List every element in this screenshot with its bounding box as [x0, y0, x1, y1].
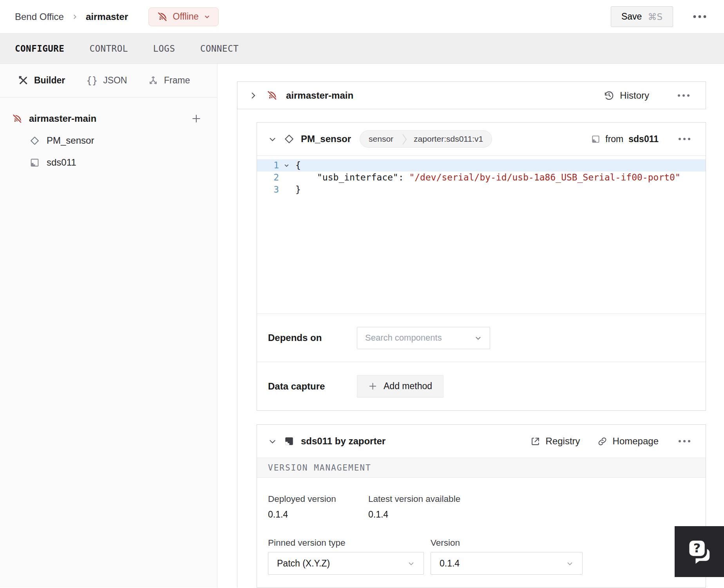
help-icon: ? [684, 537, 714, 566]
tab-bar: CONFIGURE CONTROL LOGS CONNECT [0, 34, 724, 64]
code-line: 1 { [257, 159, 706, 171]
save-button[interactable]: Save ⌘S [611, 6, 673, 27]
mode-builder-label: Builder [34, 75, 65, 86]
registry-link[interactable]: Registry [530, 436, 580, 447]
braces-icon: {} [86, 75, 98, 86]
chevron-right-icon[interactable] [248, 91, 258, 100]
mode-json-label: JSON [103, 75, 127, 86]
collapse-chevron[interactable] [268, 135, 277, 144]
chevron-down-icon [474, 334, 482, 342]
save-shortcut: ⌘S [648, 12, 662, 22]
chevron-down-icon [268, 437, 277, 446]
help-button[interactable]: ? [675, 526, 724, 577]
code-line: 2 "usb_interface": "/dev/serial/by-id/us… [257, 171, 706, 184]
depends-on-select[interactable]: Search components [357, 327, 490, 349]
version-value: 0.1.4 [440, 558, 460, 569]
homepage-label: Homepage [613, 436, 659, 447]
tree-sds011-label: sds011 [47, 157, 76, 168]
ellipsis-icon [678, 440, 691, 443]
depends-on-section: Depends on Search components [257, 314, 706, 362]
header-more-menu[interactable] [690, 13, 709, 21]
pinned-version-type-value: Patch (X.Y.Z) [277, 558, 330, 569]
line-number: 1 [257, 159, 279, 171]
add-component-button[interactable] [191, 114, 201, 124]
chevron-down-icon [268, 135, 277, 144]
homepage-link[interactable]: Homepage [597, 436, 659, 447]
module-icon [30, 158, 40, 168]
json-string-value: "/dev/serial/by-id/usb-1a86_USB_Serial-i… [409, 172, 680, 182]
machine-card-menu[interactable] [675, 92, 692, 99]
machine-card-title: airmaster-main [286, 90, 353, 101]
line-number: 3 [257, 184, 279, 196]
from-prefix: from [605, 134, 623, 144]
tree-item-sds011[interactable]: sds011 [0, 152, 217, 173]
badge-divider-chevron-icon [402, 131, 407, 148]
status-offline-dropdown[interactable]: Offline [148, 7, 219, 26]
mode-frame[interactable]: Frame [148, 75, 190, 86]
data-capture-label: Data capture [268, 381, 357, 392]
code-text: } [294, 184, 301, 196]
diamond-icon [30, 136, 40, 146]
tab-logs[interactable]: LOGS [153, 43, 175, 54]
version-select[interactable]: 0.1.4 [431, 552, 583, 575]
machine-card: airmaster-main History [237, 81, 706, 109]
tools-icon [18, 75, 29, 86]
from-module-name: sds011 [628, 134, 659, 144]
component-card-menu[interactable] [676, 135, 693, 143]
badge-model: zaporter:sds011:v1 [407, 131, 492, 147]
depends-on-placeholder: Search components [365, 333, 442, 343]
sidebar: Builder {} JSON Frame [0, 64, 217, 588]
tab-control[interactable]: CONTROL [89, 43, 128, 54]
latest-version-value: 0.1.4 [368, 509, 469, 520]
fold-chevron-icon[interactable] [279, 159, 294, 171]
module-card-menu[interactable] [676, 437, 693, 445]
pinned-version-type-select[interactable]: Patch (X.Y.Z) [268, 552, 424, 575]
mode-builder[interactable]: Builder [18, 75, 65, 86]
version-management-body: Deployed version 0.1.4 Latest version av… [257, 478, 706, 587]
json-colon: : [398, 172, 409, 182]
chevron-down-icon [204, 13, 210, 20]
chevron-down-icon [407, 560, 415, 567]
view-mode-toolbar: Builder {} JSON Frame [0, 64, 217, 97]
code-line: 3 } [257, 184, 706, 196]
module-icon [284, 436, 294, 446]
plus-icon [368, 382, 377, 391]
tree-machine-label: airmaster-main [29, 113, 96, 124]
wifi-off-icon [12, 114, 22, 124]
component-card-pm-sensor: PM_sensor sensor zaporter:sds011:v1 from… [257, 122, 706, 411]
mode-json[interactable]: {} JSON [86, 75, 127, 86]
code-text: "usb_interface": "/dev/serial/by-id/usb-… [294, 171, 681, 184]
ellipsis-icon [693, 15, 707, 18]
tab-connect[interactable]: CONNECT [200, 43, 239, 54]
tree-item-pm-sensor[interactable]: PM_sensor [0, 130, 217, 152]
add-method-label: Add method [384, 381, 432, 391]
tab-configure[interactable]: CONFIGURE [15, 43, 64, 54]
breadcrumb-chevron-icon [71, 13, 79, 21]
deployed-version-value: 0.1.4 [268, 509, 368, 520]
app-header: Bend Office airmaster Offline Save ⌘S [0, 0, 724, 34]
line-number: 2 [257, 171, 279, 184]
depends-on-label: Depends on [268, 332, 357, 343]
history-icon [604, 90, 614, 101]
data-capture-section: Data capture Add method [257, 362, 706, 410]
version-label: Version [431, 538, 583, 548]
add-method-button[interactable]: Add method [357, 375, 443, 398]
tree-item-machine[interactable]: airmaster-main [0, 108, 217, 130]
history-label: History [620, 90, 649, 101]
collapse-chevron[interactable] [268, 437, 277, 446]
mode-frame-label: Frame [164, 75, 190, 86]
history-button[interactable]: History [604, 90, 649, 101]
tree-pm-sensor-label: PM_sensor [47, 135, 94, 146]
frame-icon [148, 76, 158, 86]
link-icon [597, 436, 607, 446]
breadcrumb-org[interactable]: Bend Office [15, 11, 64, 22]
external-link-icon [530, 436, 540, 446]
status-label: Offline [173, 11, 199, 22]
component-title: PM_sensor [301, 133, 351, 144]
breadcrumb-machine: airmaster [86, 11, 128, 22]
ellipsis-icon [678, 137, 691, 141]
machine-children-group: PM_sensor sensor zaporter:sds011:v1 from… [237, 109, 706, 588]
attributes-code-editor[interactable]: 1 { 2 "usb_interface": "/dev/serial/by-i… [257, 155, 706, 314]
module-card-sds011: sds011 by zaporter Registry [257, 424, 706, 588]
from-module-link[interactable]: from sds011 [591, 134, 659, 144]
